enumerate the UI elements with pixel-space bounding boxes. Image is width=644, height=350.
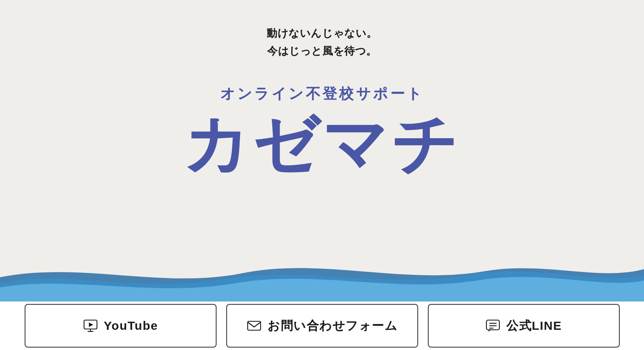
subtitle: オンライン不登校サポート: [220, 84, 424, 104]
youtube-icon: [83, 318, 98, 333]
footer-buttons: YouTube お問い合わせフォーム: [0, 302, 644, 350]
svg-rect-4: [248, 321, 261, 330]
wave-decoration: [0, 253, 644, 302]
line-icon: [485, 318, 501, 333]
svg-marker-3: [89, 323, 93, 327]
main-content: 動けないんじゃない。 今はじっと風を待つ。 オンライン不登校サポート カゼマチ: [0, 0, 644, 350]
line-button[interactable]: 公式LINE: [428, 304, 620, 348]
contact-button[interactable]: お問い合わせフォーム: [226, 304, 418, 348]
tagline-line1: 動けないんじゃない。: [267, 24, 377, 42]
contact-label: お問い合わせフォーム: [267, 318, 398, 334]
main-title: カゼマチ: [183, 112, 461, 177]
youtube-label: YouTube: [104, 319, 158, 333]
tagline-line2: 今はじっと風を待つ。: [267, 42, 377, 60]
mail-icon: [246, 318, 262, 333]
youtube-button[interactable]: YouTube: [25, 304, 217, 348]
tagline: 動けないんじゃない。 今はじっと風を待つ。: [267, 24, 377, 60]
line-label: 公式LINE: [506, 318, 562, 334]
